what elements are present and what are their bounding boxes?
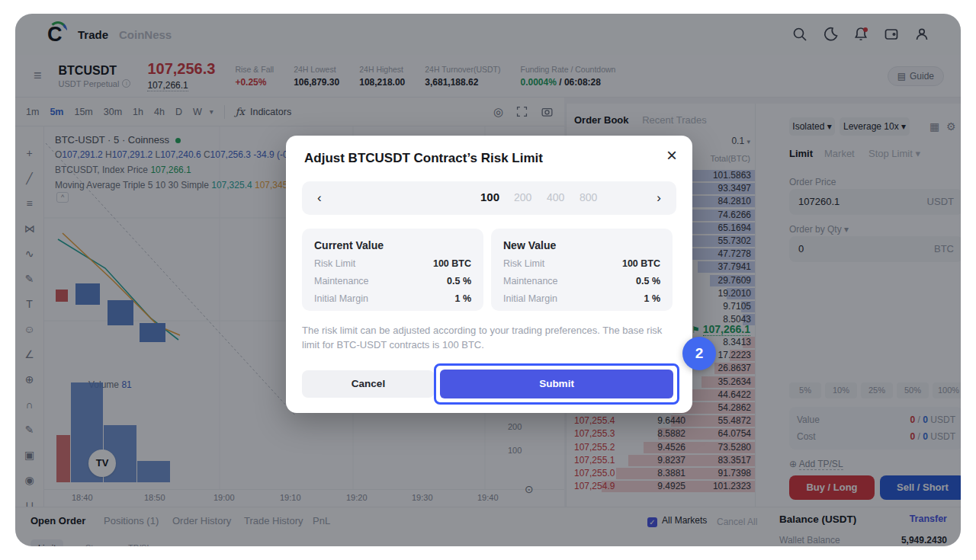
- annotation-step-badge: 2: [682, 337, 716, 370]
- risk-option-800[interactable]: 800: [580, 191, 597, 203]
- modal-note: The risk limit can be adjusted according…: [302, 323, 677, 352]
- risk-limit-modal: Adjust BTCUSDT Contract’s Risk Limit × ‹…: [286, 136, 692, 413]
- risk-option-200[interactable]: 200: [514, 191, 531, 203]
- prev-arrow-icon[interactable]: ‹: [317, 190, 322, 206]
- modal-title: Adjust BTCUSDT Contract’s Risk Limit: [304, 151, 543, 166]
- risk-option-100[interactable]: 100: [480, 190, 499, 203]
- app-frame: C Trade CoinNess ≡ BTCUSDT USDT Perpetua…: [15, 14, 961, 546]
- submit-highlight-annotation: Submit: [434, 363, 679, 405]
- next-arrow-icon[interactable]: ›: [657, 190, 661, 206]
- risk-limit-selector: ‹ 100 200 400 800 ›: [302, 181, 676, 215]
- current-value-box: Current Value Risk Limit100 BTC Maintena…: [302, 229, 483, 311]
- submit-button[interactable]: Submit: [440, 370, 673, 398]
- cancel-button[interactable]: Cancel: [302, 370, 435, 398]
- close-icon[interactable]: ×: [666, 145, 677, 166]
- new-value-box: New Value Risk Limit100 BTC Maintenance0…: [491, 229, 673, 311]
- risk-option-400[interactable]: 400: [547, 191, 564, 203]
